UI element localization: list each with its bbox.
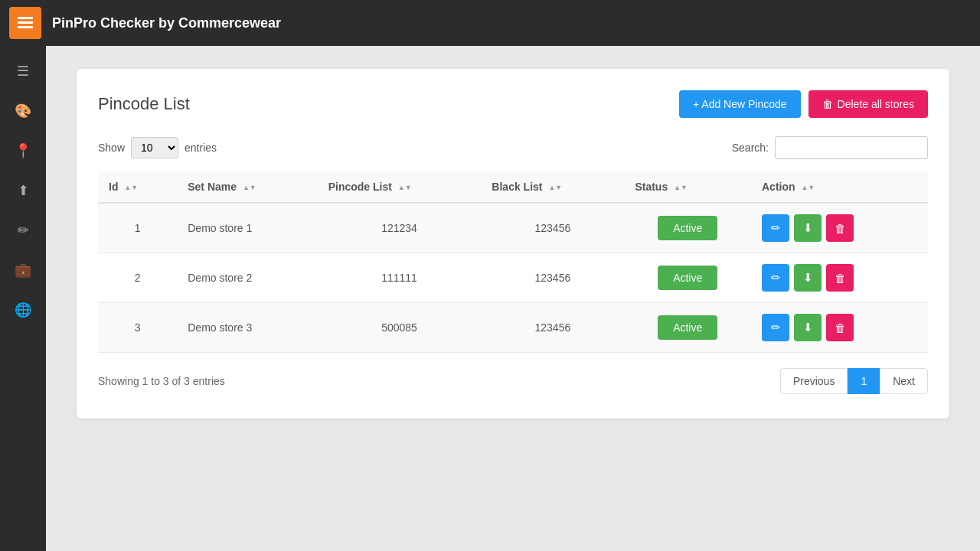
cell-action: ✏ ⬇ 🗑: [751, 253, 928, 303]
col-black-list: Black List ▲▼: [481, 171, 624, 203]
delete-button[interactable]: 🗑: [826, 214, 854, 242]
sidebar: ☰ 🎨 📍 ⬆ ✏ 💼 🌐: [0, 46, 46, 551]
search-input[interactable]: [775, 136, 928, 159]
cell-id: 1: [98, 203, 177, 253]
previous-button[interactable]: Previous: [780, 368, 848, 394]
table-footer: Showing 1 to 3 of 3 entries Previous 1 N…: [98, 368, 928, 394]
sidebar-item-design[interactable]: 🎨: [0, 93, 46, 129]
edit-button[interactable]: ✏: [762, 264, 789, 292]
cell-id: 3: [98, 303, 177, 353]
sidebar-item-briefcase[interactable]: 💼: [0, 253, 46, 288]
download-button[interactable]: ⬇: [794, 264, 822, 292]
cell-pincode-list: 111111: [318, 253, 482, 303]
svg-rect-2: [18, 21, 33, 24]
cell-black-list: 123456: [481, 203, 624, 253]
app-title: PinPro Checker by Commercewear: [52, 15, 281, 31]
cell-status: Active: [624, 303, 751, 353]
cell-action: ✏ ⬇ 🗑: [751, 303, 928, 353]
page-title: Pincode List: [98, 94, 190, 114]
entries-info: Showing 1 to 3 of 3 entries: [98, 375, 225, 387]
sidebar-item-location[interactable]: 📍: [0, 133, 46, 168]
cell-pincode-list: 500085: [318, 303, 482, 353]
cell-set-name: Demo store 2: [177, 253, 317, 303]
cell-status: Active: [624, 253, 751, 303]
table-controls: Show 10 25 50 100 entries Search:: [98, 136, 928, 159]
app-logo: [9, 7, 41, 39]
cell-set-name: Demo store 1: [177, 203, 317, 253]
delete-button[interactable]: 🗑: [826, 264, 854, 292]
cell-id: 2: [98, 253, 177, 303]
cell-black-list: 123456: [481, 253, 624, 303]
sidebar-item-menu[interactable]: ☰: [0, 54, 46, 89]
col-action: Action ▲▼: [751, 171, 928, 203]
col-pincode-list: Pincode List ▲▼: [318, 171, 482, 203]
search-box: Search:: [732, 136, 928, 159]
col-id: Id ▲▼: [98, 171, 177, 203]
status-badge: Active: [658, 266, 717, 290]
pincode-card: Pincode List + Add New Pincode 🗑 Delete …: [77, 69, 949, 419]
download-button[interactable]: ⬇: [794, 214, 822, 242]
next-button[interactable]: Next: [880, 368, 928, 394]
col-set-name: Set Name ▲▼: [177, 171, 317, 203]
status-badge: Active: [658, 216, 717, 240]
status-badge: Active: [658, 315, 717, 340]
table-row: 2 Demo store 2 111111 123456 Active ✏ ⬇ …: [98, 253, 928, 303]
add-pincode-button[interactable]: + Add New Pincode: [679, 90, 801, 118]
svg-rect-3: [18, 26, 33, 28]
card-actions: + Add New Pincode 🗑 Delete all stores: [679, 90, 928, 118]
download-button[interactable]: ⬇: [794, 314, 822, 341]
edit-button[interactable]: ✏: [762, 214, 789, 242]
cell-status: Active: [624, 203, 751, 253]
col-status: Status ▲▼: [624, 171, 751, 203]
show-label: Show: [98, 142, 125, 154]
sidebar-item-globe[interactable]: 🌐: [0, 292, 46, 328]
sidebar-item-edit[interactable]: ✏: [0, 213, 46, 248]
page-1-button[interactable]: 1: [848, 368, 880, 394]
svg-rect-1: [18, 17, 33, 19]
delete-button[interactable]: 🗑: [826, 314, 854, 341]
cell-action: ✏ ⬇ 🗑: [751, 203, 928, 253]
table-row: 1 Demo store 1 121234 123456 Active ✏ ⬇ …: [98, 203, 928, 253]
delete-icon: 🗑: [822, 98, 833, 110]
delete-all-button[interactable]: 🗑 Delete all stores: [808, 90, 928, 118]
table-header-row: Id ▲▼ Set Name ▲▼ Pincode List ▲▼ Black …: [98, 171, 928, 203]
sidebar-item-upload[interactable]: ⬆: [0, 173, 46, 208]
search-label: Search:: [732, 142, 769, 154]
pincode-table: Id ▲▼ Set Name ▲▼ Pincode List ▲▼ Black …: [98, 171, 928, 353]
navbar: PinPro Checker by Commercewear: [0, 0, 980, 46]
cell-pincode-list: 121234: [318, 203, 482, 253]
cell-black-list: 123456: [481, 303, 624, 353]
pagination: Previous 1 Next: [780, 368, 928, 394]
delete-all-label: Delete all stores: [838, 98, 914, 110]
card-header: Pincode List + Add New Pincode 🗑 Delete …: [98, 90, 928, 118]
cell-set-name: Demo store 3: [177, 303, 317, 353]
show-entries: Show 10 25 50 100 entries: [98, 137, 217, 158]
main-content: Pincode List + Add New Pincode 🗑 Delete …: [46, 46, 980, 551]
entries-select[interactable]: 10 25 50 100: [131, 137, 178, 158]
edit-button[interactable]: ✏: [762, 314, 789, 341]
entries-label: entries: [185, 142, 217, 154]
table-row: 3 Demo store 3 500085 123456 Active ✏ ⬇ …: [98, 303, 928, 353]
